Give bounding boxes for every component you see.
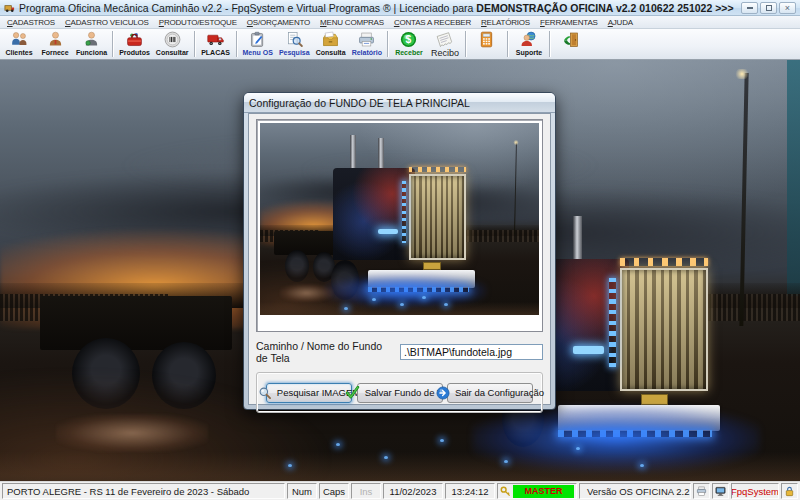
user-key-icon <box>500 486 511 497</box>
receipt-icon <box>435 30 454 49</box>
support-button[interactable]: Suporte <box>511 29 547 59</box>
status-num-lock: Num <box>287 483 317 499</box>
window-title: Programa Oficina Mecânica Caminhão v2.2 … <box>19 2 734 14</box>
search-doc-icon <box>285 30 304 49</box>
toolbar-separator <box>507 31 509 57</box>
status-date: 11/02/2023 <box>383 483 443 499</box>
toolbar-separator <box>549 31 551 57</box>
path-label: Caminho / Nome do Fundo de Tela <box>256 340 394 364</box>
blue-arrow-icon <box>436 386 450 400</box>
menu-compras[interactable]: MENU COMPRAS <box>315 17 389 28</box>
consulta-button[interactable]: Consulta <box>313 29 349 59</box>
suppliers-button[interactable]: Fornece <box>37 29 73 59</box>
menu-cadastros[interactable]: CADASTROS <box>2 17 60 28</box>
toolbar-separator <box>387 31 389 57</box>
status-brand: FpqSystem <box>731 483 779 499</box>
support-icon <box>519 30 538 49</box>
supplier-icon <box>46 30 65 49</box>
status-printer[interactable] <box>693 483 710 499</box>
clients-icon <box>10 30 29 49</box>
status-caps-lock: Caps <box>319 483 349 499</box>
toolbar-separator <box>465 31 467 57</box>
exit-button[interactable] <box>553 29 589 59</box>
status-bar: PORTO ALEGRE - RS 11 de Fevereiro de 202… <box>0 481 800 500</box>
save-background-button[interactable]: Salvar Fundo de Tela <box>357 383 443 403</box>
master-badge: MASTER <box>513 485 574 498</box>
magnifier-icon <box>258 386 272 400</box>
status-location: PORTO ALEGRE - RS 11 de Fevereiro de 202… <box>2 483 285 499</box>
monitor-icon <box>715 486 726 497</box>
maximize-button[interactable] <box>760 2 777 14</box>
search-image-button[interactable]: Pesquisar IMAGEM <box>266 383 352 403</box>
path-input[interactable] <box>400 344 543 360</box>
menu-contas-receber[interactable]: CONTAS A RECEBER <box>389 17 476 28</box>
dialog-button-group: Pesquisar IMAGEM Salvar Fundo de Tela <box>256 372 543 413</box>
toolbar-separator <box>236 31 238 57</box>
drawer-icon <box>321 30 340 49</box>
toolbox-icon <box>125 30 144 49</box>
truck-icon <box>206 30 225 49</box>
toolbar-separator <box>194 31 196 57</box>
calculator-icon <box>477 30 496 49</box>
search-button[interactable]: Pesquisa <box>276 29 313 59</box>
close-button[interactable]: × <box>779 2 796 14</box>
application-window: Programa Oficina Mecânica Caminhão v2.2 … <box>0 0 800 500</box>
lock-icon <box>784 486 795 497</box>
menu-os-button[interactable]: Menu OS <box>240 29 276 59</box>
receive-button[interactable]: $ Receber <box>391 29 427 59</box>
preview-image <box>260 123 539 315</box>
menu-ajuda[interactable]: AJUDA <box>603 17 638 28</box>
report-button[interactable]: Relatório <box>349 29 385 59</box>
status-user: MASTER <box>497 483 577 499</box>
dialog-body: Caminho / Nome do Fundo de Tela Pesquisa… <box>248 113 551 405</box>
status-lock <box>781 483 798 499</box>
dialog-title: Configuração do FUNDO DE TELA PRINCIPAL <box>249 97 470 109</box>
toolbar: Clientes Fornece Funciona <box>0 29 800 60</box>
menu-bar: CADASTROS CADASTRO VEICULOS PRODUTO/ESTO… <box>0 16 800 29</box>
printer-icon <box>696 486 707 497</box>
dollar-icon: $ <box>399 30 418 49</box>
calculator-button[interactable] <box>469 29 505 59</box>
barcode-icon <box>163 30 182 49</box>
employee-icon <box>82 30 101 49</box>
status-monitor[interactable] <box>712 483 729 499</box>
menu-produto-estoque[interactable]: PRODUTO/ESTOQUE <box>154 17 242 28</box>
clipboard-icon <box>248 30 267 49</box>
check-icon <box>345 386 360 399</box>
menu-ferramentas[interactable]: FERRAMENTAS <box>535 17 603 28</box>
menu-cadastro-veiculos[interactable]: CADASTRO VEICULOS <box>60 17 154 28</box>
status-version: Versão OS OFICINA 2.2 <box>579 483 691 499</box>
clients-button[interactable]: Clientes <box>1 29 37 59</box>
app-icon[interactable] <box>4 2 15 13</box>
svg-text:$: $ <box>406 34 412 45</box>
status-time: 13:24:12 <box>445 483 495 499</box>
plates-button[interactable]: PLACAS <box>198 29 234 59</box>
printer-icon <box>357 30 376 49</box>
receipt-button[interactable]: Recibo <box>427 29 463 59</box>
background-preview-panel <box>256 119 543 332</box>
dialog-title-bar[interactable]: Configuração do FUNDO DE TELA PRINCIPAL <box>244 93 555 113</box>
minimize-button[interactable] <box>741 2 758 14</box>
products-button[interactable]: Produtos <box>116 29 153 59</box>
toolbar-separator <box>112 31 114 57</box>
exit-config-button[interactable]: Sair da Configuração <box>447 383 533 403</box>
employees-button[interactable]: Funciona <box>73 29 110 59</box>
background-config-dialog: Configuração do FUNDO DE TELA PRINCIPAL <box>243 92 556 410</box>
consult-barcode-button[interactable]: Consultar <box>153 29 192 59</box>
title-bar[interactable]: Programa Oficina Mecânica Caminhão v2.2 … <box>0 0 800 16</box>
exit-door-icon <box>561 30 580 49</box>
menu-os-orcamento[interactable]: OS/ORÇAMENTO <box>242 17 315 28</box>
menu-relatorios[interactable]: RELATÓRIOS <box>476 17 535 28</box>
status-insert: Ins <box>351 483 381 499</box>
